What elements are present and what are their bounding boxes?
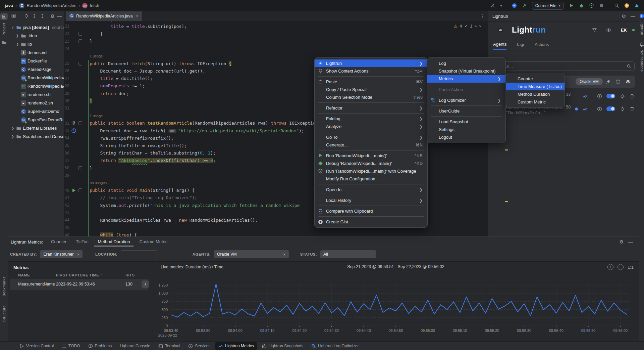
code-text[interactable]: } bbox=[79, 98, 92, 103]
toolwindow-button-todo[interactable]: TODO bbox=[58, 342, 83, 350]
menu-item-method-duration[interactable]: Method Duration bbox=[506, 90, 565, 98]
menu-item-run-randomwikipedi-main-with-coverage[interactable]: Run 'RandomWikipedi....main()' with Cove… bbox=[315, 167, 427, 175]
tab-actions[interactable]: Actions bbox=[535, 42, 549, 50]
toolwindow-button-lightrun-snapshots[interactable]: Lightrun Snapshots bbox=[259, 342, 307, 350]
run-config-select[interactable]: Current File▾ bbox=[532, 2, 564, 10]
usage-annotation-label[interactable]: no usages bbox=[79, 181, 107, 185]
gear-icon[interactable]: ⚙ bbox=[622, 14, 626, 18]
col-name[interactable]: NAME bbox=[18, 273, 30, 277]
usage-annotation-label[interactable]: 1 usage bbox=[79, 54, 103, 58]
code-text[interactable]: } bbox=[79, 39, 92, 44]
tree-item-rundemo2-sh[interactable]: ▸rundemo2.sh bbox=[8, 99, 64, 107]
breadcrumb-project[interactable]: java bbox=[5, 3, 13, 8]
menu-item-copy-paste-special[interactable]: Copy / Paste Special❯ bbox=[315, 86, 427, 93]
lightrun-stripe-icon[interactable] bbox=[639, 13, 644, 18]
menu-item-debug-randomwikipedi-main[interactable]: Debug 'RandomWikipedi....main()'^⇧D bbox=[315, 160, 427, 167]
code-text[interactable]: } bbox=[79, 31, 103, 36]
code-text[interactable]: public static void main(String[] args) { bbox=[79, 188, 195, 193]
next-issue-icon[interactable]: ˅ bbox=[479, 24, 481, 28]
ide-settings-icon[interactable] bbox=[634, 3, 639, 8]
status-chip[interactable]: All bbox=[320, 250, 376, 258]
tree-item--idea[interactable]: ❯.idea bbox=[8, 32, 64, 40]
menu-item-analyze[interactable]: Analyze❯ bbox=[315, 123, 427, 130]
code-text[interactable]: return "AEIOUaeiou".indexOf(firstChar) >… bbox=[79, 158, 216, 163]
chevron-right-icon[interactable]: ❯ bbox=[11, 126, 15, 130]
menu-item-paste[interactable]: Paste⌘V bbox=[315, 78, 427, 86]
chevron-right-icon[interactable]: ❯ bbox=[15, 42, 19, 46]
minimize-icon[interactable]: — bbox=[628, 239, 633, 244]
code-text[interactable]: String firstChar = theTitle.substring(0,… bbox=[79, 150, 216, 156]
toolwindow-button-version-control[interactable]: Version Control bbox=[16, 342, 57, 350]
notifications-stripe-label[interactable]: Notifications bbox=[640, 49, 644, 72]
tree-item-external-libraries[interactable]: ❯External Libraries bbox=[8, 124, 64, 132]
menu-item-column-selection-mode[interactable]: Column Selection Mode⇧⌘8 bbox=[315, 93, 427, 101]
build-hammer-icon[interactable] bbox=[522, 3, 527, 8]
prev-issue-icon[interactable]: ˄ bbox=[475, 24, 477, 28]
menu-item-time-measure-tictoc[interactable]: Time Measure (TicToc) bbox=[506, 83, 565, 90]
gear-icon[interactable]: ⚙ bbox=[50, 14, 55, 18]
menu-item-log-optimizer[interactable]: Log Optimizer❯ bbox=[427, 96, 505, 104]
col-hits[interactable]: HITS bbox=[125, 273, 135, 277]
code-text[interactable]: public Document fetch(String url) throws… bbox=[79, 61, 231, 66]
menu-item-userguide[interactable]: UserGuide bbox=[427, 107, 505, 115]
menu-item-load-snapshot[interactable]: Load Snapshot bbox=[427, 118, 505, 126]
collapse-all-icon[interactable] bbox=[32, 13, 37, 19]
tab-options-kebab-icon[interactable]: ⋮ bbox=[480, 14, 485, 18]
tab-randomwikipediaarticles[interactable]: C RandomWikipediaArticles.java × bbox=[66, 11, 142, 21]
chevron-right-icon[interactable]: ❯ bbox=[15, 34, 19, 38]
menu-item-log[interactable]: Log bbox=[427, 59, 505, 67]
menu-item-metrics[interactable]: Metrics❯ bbox=[427, 75, 505, 83]
menu-item-run-randomwikipedi-main[interactable]: Run 'RandomWikipedi....main()'^⇧R bbox=[315, 152, 427, 160]
notifications-icon[interactable] bbox=[639, 42, 644, 47]
code-text[interactable]: public static boolean testRandomArticle(… bbox=[79, 121, 323, 126]
code-text[interactable]: RandomWikipediaArticles rwa = new Random… bbox=[79, 218, 258, 223]
eye-icon[interactable] bbox=[625, 79, 631, 84]
info-icon[interactable] bbox=[597, 106, 602, 112]
menu-item-refactor[interactable]: Refactor❯ bbox=[315, 104, 427, 112]
toolwindow-button-lightrun-metrics[interactable]: Lightrun Metrics bbox=[215, 342, 257, 350]
metrics-tab-counter[interactable]: Counter bbox=[48, 237, 70, 247]
col-first-capture[interactable]: FIRST CAPTURE TIME ↑ bbox=[56, 273, 102, 277]
filter-icon[interactable] bbox=[592, 27, 597, 33]
tree-item-lib[interactable]: ❯lib bbox=[8, 40, 64, 48]
agents-search-input[interactable]: Search... bbox=[492, 61, 635, 71]
chevron-right-icon[interactable]: ❯ bbox=[11, 135, 15, 138]
update-available-icon[interactable] bbox=[624, 3, 629, 8]
toolwindow-button-problems[interactable]: Problems bbox=[85, 342, 115, 350]
menu-item-generate[interactable]: Generate...⌘N bbox=[315, 141, 427, 149]
tictoc-metric-icon[interactable] bbox=[71, 128, 76, 133]
run-with-coverage-button[interactable] bbox=[589, 3, 594, 8]
opened-file-icon[interactable] bbox=[11, 13, 16, 19]
code-line-24[interactable]: 24 bbox=[64, 45, 488, 52]
gear-icon[interactable]: ⚙ bbox=[619, 239, 624, 244]
more-dots-icon[interactable]: .. bbox=[19, 14, 21, 18]
minimize-icon[interactable]: — bbox=[57, 14, 62, 18]
project-stripe-button[interactable] bbox=[0, 13, 8, 20]
profile-icon[interactable] bbox=[490, 3, 495, 8]
code-text[interactable]: return doc; bbox=[79, 91, 129, 96]
close-icon[interactable]: × bbox=[136, 14, 139, 18]
code-text[interactable]: numRequests += 1; bbox=[79, 83, 145, 88]
code-text[interactable]: // log.info("Testing Log Optimizer"); bbox=[79, 195, 197, 200]
lightrun-stripe-label[interactable]: Lightrun bbox=[640, 20, 644, 35]
code-line-21[interactable]: 21title = title.substring(pos); bbox=[64, 23, 488, 30]
location-input[interactable] bbox=[121, 250, 157, 258]
lightrun-toolbar-icon[interactable] bbox=[512, 3, 517, 8]
tree-item-dockerfile[interactable]: DDockerfile bbox=[8, 57, 64, 65]
menu-item-settings[interactable]: Settings bbox=[427, 126, 505, 133]
locate-file-icon[interactable] bbox=[23, 13, 29, 19]
chart-plot[interactable]: 02505007501,0001,25009:53:402023-09-2209… bbox=[153, 273, 639, 342]
tree-item-superfastdemoru[interactable]: CSuperFastDemoRu bbox=[8, 116, 64, 124]
usage-annotation-label[interactable]: 1 usage bbox=[79, 114, 103, 118]
breadcrumb-method[interactable]: fetch bbox=[90, 3, 99, 8]
code-text[interactable]: Document doc = rwa.fetch( url:"https://e… bbox=[79, 128, 304, 133]
code-text[interactable]: } bbox=[79, 166, 92, 171]
menu-item-create-gist[interactable]: Create Gist... bbox=[315, 218, 427, 226]
menu-item-open-in[interactable]: Open In❯ bbox=[315, 186, 427, 193]
info-icon[interactable] bbox=[597, 93, 602, 99]
zoom-ratio-label[interactable]: 1:1 bbox=[628, 265, 634, 270]
code-text[interactable]: String theTitle = rwa.getTitle(); bbox=[79, 143, 187, 148]
bookmarks-stripe-label[interactable]: Bookmarks bbox=[2, 276, 6, 297]
menu-item-local-history[interactable]: Local History❯ bbox=[315, 196, 427, 204]
tree-item-java[interactable]: ∨java [demos]sources bbox=[8, 23, 64, 32]
